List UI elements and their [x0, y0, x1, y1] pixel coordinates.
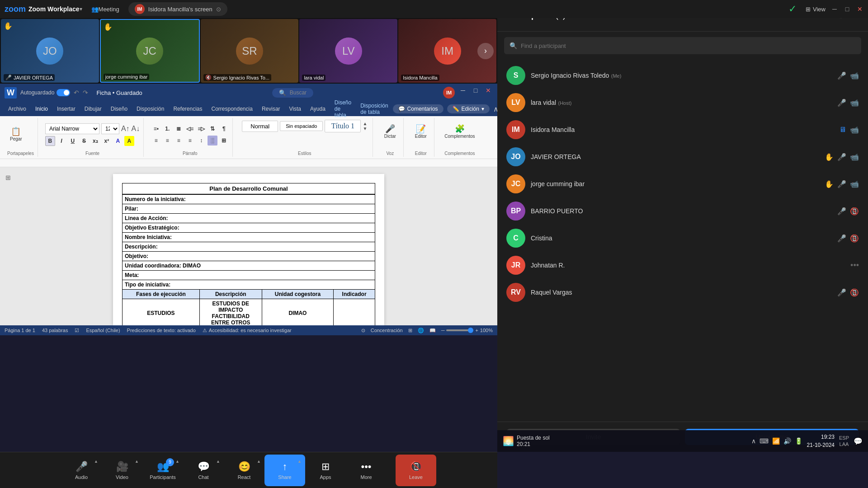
more-options-icon[interactable]: ••• — [850, 261, 859, 270]
menu-insertar[interactable]: Insertar — [52, 104, 80, 114]
list-item[interactable]: IM Isidora Mancilla 🖥 📹 — [497, 116, 868, 143]
numero-label[interactable]: Numero de la iniciativa: — [123, 195, 375, 204]
video-thumb-sergio[interactable]: SR 🔇 Sergio Ignacio Rivas To... — [201, 19, 299, 83]
description-cell[interactable]: ESTUDIOS DEIMPACTOFACTIBILIDADENTRE OTRO… — [199, 299, 262, 326]
line-spacing-button[interactable]: ↕ — [196, 136, 206, 145]
resize-handle[interactable]: ⊞ — [5, 174, 11, 181]
redo-icon[interactable]: ↷ — [83, 89, 88, 96]
numbering-button[interactable]: 1. — [162, 124, 172, 134]
indent-inc-button[interactable]: ≡▷ — [196, 124, 206, 134]
participants-button[interactable]: 👥 Participants ▲ 9 — [142, 455, 183, 486]
highlight-button[interactable]: A — [124, 136, 134, 146]
list-item[interactable]: JR Johnatan R. ••• — [497, 252, 868, 279]
video-button[interactable]: 🎥 Video ▲ — [102, 455, 142, 486]
unidad-label[interactable]: Unidad coordinadora: DIMAO — [123, 261, 375, 271]
align-right-button[interactable]: ≡ — [174, 136, 184, 145]
list-item[interactable]: LV lara vidal (Host) 🎤 📹 — [497, 89, 868, 116]
video-thumb-lara[interactable]: LV lara vidal — [299, 19, 397, 83]
chat-button[interactable]: 💬 Chat ▲ — [183, 455, 224, 486]
autosave-toggle[interactable] — [57, 89, 70, 96]
unit-cell[interactable]: DIMAO — [262, 299, 334, 326]
restore-button[interactable]: □ — [844, 5, 851, 13]
menu-inicio[interactable]: Inicio — [31, 104, 52, 114]
close-word-button[interactable]: ✕ — [484, 87, 493, 99]
menu-archivo[interactable]: Archivo — [4, 104, 31, 114]
meta-label[interactable]: Meta: — [123, 271, 375, 280]
justify-button[interactable]: ≡ — [185, 136, 195, 145]
strikethrough-button[interactable]: S — [79, 136, 89, 146]
close-button[interactable]: ✕ — [856, 5, 863, 13]
menu-vista[interactable]: Vista — [285, 104, 306, 114]
list-item[interactable]: S Sergio Ignacio Rivas Toledo (Me) 🎤 📹 — [497, 62, 868, 89]
nombre-label[interactable]: Nombre Iniciativa: — [123, 233, 375, 242]
editing-button[interactable]: ✏️ Edición ▾ — [447, 104, 490, 113]
menu-revisar[interactable]: Revisar — [257, 104, 285, 114]
superscript-button[interactable]: x² — [102, 136, 112, 146]
react-caret-icon[interactable]: ▲ — [257, 459, 261, 464]
zoom-control[interactable]: ─ + 100% — [441, 328, 493, 333]
menu-ayuda[interactable]: Ayuda — [306, 104, 330, 114]
objetivo-label[interactable]: Objetivo: — [123, 252, 375, 261]
react-button[interactable]: 😊 React ▲ — [224, 455, 264, 486]
underline-button[interactable]: U — [68, 136, 78, 146]
style-titulo[interactable]: Título 1 — [325, 120, 361, 132]
align-center-button[interactable]: ≡ — [162, 136, 172, 145]
bold-button[interactable]: B — [45, 136, 55, 146]
menu-diseno[interactable]: Diseño — [106, 104, 132, 114]
menu-dibujar[interactable]: Dibujar — [80, 104, 106, 114]
meeting-button[interactable]: 👥 Meeting — [91, 6, 119, 13]
video-thumb-jorge[interactable]: ✋ JC jorge cumming ibar — [100, 19, 200, 83]
menu-diseno-tabla[interactable]: Diseño de tabla — [330, 98, 356, 120]
minimize-word-button[interactable]: ─ — [458, 87, 467, 99]
next-video-button[interactable]: › — [477, 43, 494, 59]
sort-button[interactable]: ⇅ — [208, 124, 217, 134]
align-left-button[interactable]: ≡ — [151, 136, 161, 145]
dictate-button[interactable]: 🎤 Dictar — [382, 123, 399, 140]
participant-search-box[interactable]: 🔍 — [504, 37, 861, 54]
list-item[interactable]: RV Raquel Vargas 🎤 📵 — [497, 279, 868, 306]
style-normal[interactable]: Normal — [242, 121, 278, 132]
shading-button[interactable]: ░ — [208, 136, 217, 145]
descripcion-label[interactable]: Descripción: — [123, 242, 375, 252]
phase-cell[interactable]: ESTUDIOS — [123, 299, 200, 326]
objetivo-estrategico-label[interactable]: Objetivo Estratégico: — [123, 223, 375, 233]
word-page[interactable]: Plan de Desarrollo Comunal Numero de la … — [113, 174, 384, 325]
editor-button[interactable]: 📝 Editor — [412, 123, 429, 140]
menu-disposicion-tabla[interactable]: Disposición de tabla — [356, 101, 392, 117]
style-no-space[interactable]: Sin espaciado — [280, 121, 323, 131]
zoom-plus-icon[interactable]: + — [475, 328, 478, 333]
pilar-label[interactable]: Pilar: — [123, 204, 375, 214]
paste-button[interactable]: 📋 Pegar — [7, 126, 25, 143]
more-button[interactable]: ••• More — [346, 455, 387, 486]
italic-button[interactable]: I — [57, 136, 66, 146]
bullets-button[interactable]: ≡• — [151, 124, 161, 134]
menu-referencias[interactable]: Referencias — [169, 104, 207, 114]
list-item[interactable]: BP BARRIO PUERTO 🎤 📵 — [497, 197, 868, 225]
menu-correspondencia[interactable]: Correspondencia — [207, 104, 257, 114]
video-thumb-javier[interactable]: ✋ JO 🎤 JAVIER ORTEGA — [1, 19, 99, 83]
share-button[interactable]: ↑ Share ▲ — [264, 455, 305, 486]
list-item[interactable]: JC jorge cumming ibar ✋ 🎤 📹 — [497, 170, 868, 197]
audio-button[interactable]: 🎤 Audio ▲ — [61, 455, 102, 486]
show-marks-button[interactable]: ¶ — [219, 124, 229, 134]
undo-icon[interactable]: ↶ — [74, 89, 79, 96]
multilevel-button[interactable]: ≣ — [174, 124, 184, 134]
restore-word-button[interactable]: □ — [471, 87, 480, 99]
leave-button[interactable]: 📵 Leave — [396, 455, 436, 486]
font-name-selector[interactable]: Arial Narrow — [45, 123, 99, 134]
chat-caret-icon[interactable]: ▲ — [216, 459, 220, 464]
list-item[interactable]: JO JAVIER ORTEGA ✋ 🎤 📹 — [497, 143, 868, 170]
linea-label[interactable]: Linea de Acción: — [123, 214, 375, 223]
zoom-out-icon[interactable]: ─ — [441, 328, 445, 333]
notification-icon[interactable]: 💬 — [854, 437, 863, 446]
audio-caret-icon[interactable]: ▲ — [94, 459, 98, 464]
borders-button[interactable]: ⊞ — [219, 136, 229, 145]
share-caret-icon[interactable]: ▲ — [297, 459, 302, 464]
zoom-dropdown-icon[interactable]: ▾ — [80, 6, 82, 12]
apps-button[interactable]: ⊞ Apps — [305, 455, 346, 486]
font-size-selector[interactable]: 12 — [101, 123, 119, 134]
minimize-button[interactable]: ─ — [831, 5, 838, 13]
indent-dec-button[interactable]: ◁≡ — [185, 124, 195, 134]
participant-search-input[interactable] — [521, 42, 856, 49]
subscript-button[interactable]: x₂ — [90, 136, 100, 146]
